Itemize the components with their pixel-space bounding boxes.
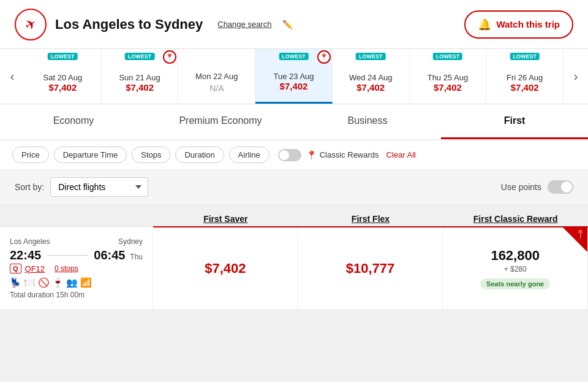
date-price-1: $7,402: [126, 82, 154, 93]
sort-by-label: Sort by:: [15, 182, 44, 192]
col-header-reward-link[interactable]: First Classic Reward: [473, 214, 558, 224]
price-flex: $10,777: [346, 261, 395, 277]
dest-city: Sydney: [118, 237, 143, 246]
use-points-knob: [561, 181, 572, 193]
next-date-button[interactable]: ›: [564, 49, 588, 104]
price-saver: $7,402: [205, 261, 246, 277]
sort-bar: Sort by: Direct flightsPriceDurationDepa…: [0, 170, 588, 204]
qf-logo: Q: [10, 264, 21, 273]
classic-rewards-label: 📍 Classic Rewards: [306, 150, 379, 160]
price-reward-cell[interactable]: 📍 162,800 + $280 Seats nearly gone: [443, 227, 588, 309]
pin-icon: 📍: [306, 150, 317, 160]
cabin-tab-economy[interactable]: Economy: [0, 104, 147, 139]
points-amount: 162,800: [491, 248, 540, 264]
date-label-3: Tue 23 Aug: [274, 72, 314, 81]
origin-city: Los Angeles: [10, 237, 50, 246]
top-bar-left: ✈ Los Angeles to Sydney Change search ✏️: [15, 9, 293, 40]
reward-corner: 📍: [563, 227, 587, 252]
use-points-toggle[interactable]: [548, 180, 573, 194]
cabin-tab-premium-economy[interactable]: Premium Economy: [147, 104, 294, 139]
date-label-6: Fri 26 Aug: [507, 73, 543, 82]
use-points-label: Use points: [501, 182, 541, 192]
watch-btn-label: Watch this trip: [496, 19, 560, 29]
prev-date-button[interactable]: ‹: [0, 49, 24, 104]
flight-line-svg: [47, 255, 88, 256]
col-header-saver-link[interactable]: First Saver: [203, 214, 247, 224]
price-flex-cell[interactable]: $10,777: [298, 227, 443, 309]
no-icon: 🚫: [38, 277, 50, 288]
flight-code-row: Q QF12 · 0 stops: [10, 264, 143, 273]
bell-icon: 🔔: [478, 18, 491, 31]
filter-chip-airline[interactable]: Airline: [229, 147, 270, 163]
flight-card: Los Angeles Sydney 22:45 06:45 Thu Q QF1…: [0, 227, 588, 309]
points-cash: + $280: [504, 265, 527, 273]
filter-chip-price[interactable]: Price: [12, 147, 49, 163]
flight-times: 22:45 06:45 Thu: [10, 248, 143, 262]
arrive-day: Thu: [130, 253, 143, 261]
date-label-5: Thu 25 Aug: [428, 73, 469, 82]
date-price-6: $7,402: [511, 82, 539, 93]
results-area: First Saver First Flex First Classic Rew…: [0, 204, 588, 309]
people-icon: 👥: [66, 277, 78, 288]
date-cell-3[interactable]: LOWEST📍Tue 23 Aug$7,402: [255, 49, 333, 104]
filter-chip-stops[interactable]: Stops: [132, 147, 170, 163]
change-search-link[interactable]: Change search: [217, 20, 271, 29]
col-header-flex: First Flex: [298, 214, 443, 227]
date-cell-1[interactable]: LOWEST📍Sun 21 Aug$7,402: [102, 49, 179, 104]
cabin-tab-business[interactable]: Business: [294, 104, 441, 139]
filter-chip-departure-time[interactable]: Departure Time: [54, 147, 127, 163]
date-cell-0[interactable]: LOWESTSat 20 Aug$7,402: [24, 49, 102, 104]
route-title: Los Angeles to Sydney: [55, 17, 203, 32]
date-cell-4[interactable]: LOWESTWed 24 Aug$7,402: [333, 49, 410, 104]
edit-icon: ✏️: [282, 20, 293, 29]
plane-icon: ✈: [22, 15, 40, 34]
date-cell-2[interactable]: Mon 22 AugN/A: [178, 49, 255, 104]
reward-badge-3: 📍: [317, 50, 331, 64]
flight-line: [47, 255, 88, 256]
qantas-logo: ✈: [15, 9, 47, 40]
reward-badge-1: 📍: [163, 50, 176, 64]
date-price-3: $7,402: [280, 81, 308, 91]
flight-cities: Los Angeles Sydney: [10, 237, 143, 246]
meal-icon: 🍽️: [24, 277, 36, 288]
date-price-4: $7,402: [356, 82, 385, 93]
date-na-2: N/A: [209, 83, 224, 93]
col-header-flex-link[interactable]: First Flex: [352, 214, 390, 224]
duration-label: Total duration 15h 00m: [10, 291, 143, 299]
classic-rewards-toggle-switch[interactable]: [278, 149, 301, 161]
filters-bar: PriceDeparture TimeStopsDurationAirline …: [0, 140, 588, 170]
date-cell-5[interactable]: LOWESTThu 25 Aug$7,402: [410, 49, 487, 104]
date-price-5: $7,402: [434, 82, 462, 93]
date-cell-6[interactable]: LOWESTFri 26 Aug$7,402: [486, 49, 564, 104]
toggle-knob: [279, 150, 289, 160]
classic-rewards-toggle: 📍 Classic Rewards Clear All: [278, 149, 416, 161]
col-header-reward: First Classic Reward: [443, 214, 588, 227]
watch-trip-button[interactable]: 🔔 Watch this trip: [464, 10, 573, 39]
flight-info: Los Angeles Sydney 22:45 06:45 Thu Q QF1…: [0, 227, 153, 309]
reward-corner-pin-icon: 📍: [575, 229, 586, 239]
drink-icon: 🍷: [52, 277, 64, 288]
flight-code-link[interactable]: QF12: [25, 264, 45, 273]
cabin-tabs: EconomyPremium EconomyBusinessFirst: [0, 104, 588, 140]
amenity-icons: 💺 🍽️ 🚫 🍷 👥 📶: [10, 277, 143, 288]
date-selector: ‹ LOWESTSat 20 Aug$7,402LOWEST📍Sun 21 Au…: [0, 49, 588, 104]
date-label-4: Wed 24 Aug: [349, 73, 393, 82]
clear-all-link[interactable]: Clear All: [386, 150, 416, 159]
wifi-icon: 📶: [80, 277, 92, 288]
date-label-1: Sun 21 Aug: [119, 73, 160, 82]
arrive-time: 06:45: [94, 248, 125, 262]
sort-select[interactable]: Direct flightsPriceDurationDeparture Tim…: [50, 177, 148, 197]
date-label-0: Sat 20 Aug: [43, 73, 83, 82]
cabin-tab-first[interactable]: First: [441, 104, 588, 139]
date-price-0: $7,402: [48, 82, 77, 93]
col-header-empty: [0, 214, 153, 227]
date-label-2: Mon 22 Aug: [195, 72, 238, 81]
filter-chip-duration[interactable]: Duration: [175, 147, 224, 163]
depart-time: 22:45: [10, 248, 41, 262]
top-bar: ✈ Los Angeles to Sydney Change search ✏️…: [0, 0, 588, 49]
col-header-saver: First Saver: [153, 214, 298, 227]
date-cells: LOWESTSat 20 Aug$7,402LOWEST📍Sun 21 Aug$…: [24, 49, 564, 104]
seats-nearly-gone-badge: Seats nearly gone: [480, 278, 550, 289]
stops-link[interactable]: 0 stops: [55, 264, 78, 273]
price-saver-cell[interactable]: $7,402: [153, 227, 298, 309]
